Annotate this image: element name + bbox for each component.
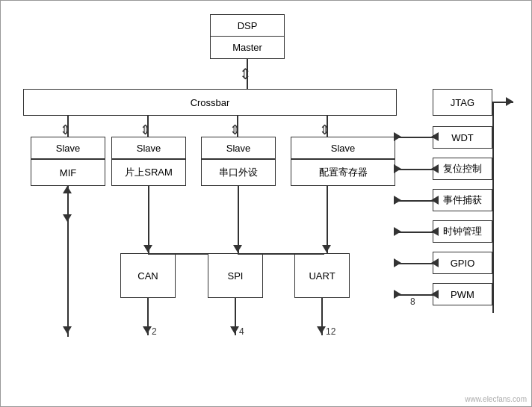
crossbar-slave1-arrow: ⇕	[60, 122, 71, 138]
uart-down-arrow	[317, 326, 326, 334]
serial-box: 串口外设	[201, 159, 276, 186]
jtag-label: JTAG	[451, 97, 474, 108]
gpio-box: GPIO	[433, 252, 492, 274]
can-down-arrow	[143, 326, 152, 334]
gpio-arrowhead-r	[431, 258, 439, 267]
reset-label: 复位控制	[443, 162, 482, 175]
h-line-sram-spi	[148, 253, 208, 255]
clock-label: 时钟管理	[443, 225, 482, 238]
dsp-label: DSP	[211, 15, 284, 37]
jtag-box: JTAG	[433, 89, 492, 116]
wdt-arrowhead-l	[394, 132, 401, 141]
sram-down-arrow	[143, 245, 152, 252]
crossbar-box: Crossbar	[23, 89, 397, 116]
pwm-arrowhead-l	[394, 290, 401, 299]
can-label: CAN	[137, 270, 158, 282]
dsp-master-box: DSP Master	[210, 14, 285, 59]
spi-box: SPI	[208, 253, 263, 298]
n12-label: 12	[326, 326, 335, 337]
reset-box: 复位控制	[433, 158, 492, 180]
gpio-label: GPIO	[451, 258, 475, 269]
clock-arrowhead-r	[431, 227, 439, 236]
slave1-label: Slave	[56, 143, 81, 154]
slave4-label: Slave	[331, 143, 356, 154]
config-box: 配置寄存器	[291, 159, 395, 186]
n8-label: 8	[410, 296, 415, 307]
can-box: CAN	[120, 253, 176, 298]
slave3-box: Slave	[201, 137, 276, 159]
master-label: Master	[211, 37, 284, 58]
diagram: DSP Master ⇕ Crossbar JTAG ⇕ ⇕ ⇕ ⇕ Slave…	[0, 0, 532, 407]
crossbar-slave4-arrow: ⇕	[319, 122, 330, 138]
config-down-arrow	[322, 245, 331, 252]
wdt-arrowhead-r	[431, 132, 439, 141]
serial-down-line	[238, 186, 239, 253]
pwm-arrowhead-r	[431, 290, 439, 299]
mif-long-down	[67, 221, 69, 337]
event-arrowhead-l	[394, 196, 401, 205]
pwm-box: PWM	[433, 283, 492, 305]
mif-box: MIF	[31, 159, 105, 186]
sram-down-line	[148, 186, 149, 253]
uart-box: UART	[294, 253, 350, 298]
slave1-box: Slave	[31, 137, 105, 159]
mif-bottom-arrow	[63, 326, 72, 334]
slave2-box: Slave	[111, 137, 186, 159]
pwm-label: PWM	[451, 289, 474, 300]
sram-box: 片上SRAM	[111, 159, 186, 186]
wdt-box: WDT	[433, 126, 492, 149]
slave4-box: Slave	[291, 137, 395, 159]
serial-label: 串口外设	[219, 166, 258, 179]
spi-down-arrow	[230, 326, 239, 334]
serial-down-arrow	[233, 245, 242, 252]
clock-arrowhead-l	[394, 227, 401, 236]
spi-label: SPI	[228, 270, 244, 282]
event-arrowhead-r	[431, 196, 439, 205]
mif-label: MIF	[60, 167, 76, 178]
crossbar-slave3-arrow: ⇕	[229, 122, 241, 138]
sram-label: 片上SRAM	[125, 166, 173, 179]
config-down-line	[327, 186, 328, 253]
slave2-label: Slave	[137, 143, 161, 154]
clock-box: 时钟管理	[433, 220, 492, 243]
slave3-label: Slave	[226, 143, 251, 154]
right-vert-line	[492, 102, 494, 313]
event-box: 事件捕获	[433, 189, 492, 211]
wdt-label: WDT	[451, 132, 474, 143]
h-line-serial-uart	[238, 253, 324, 255]
watermark: www.elecfans.com	[465, 395, 527, 403]
mif-up-arrow	[63, 186, 72, 193]
jtag-arrowhead	[506, 97, 513, 106]
reset-arrowhead-l	[394, 164, 401, 173]
reset-arrowhead-r	[431, 164, 439, 173]
event-label: 事件捕获	[443, 193, 482, 207]
uart-label: UART	[309, 270, 335, 282]
config-label: 配置寄存器	[319, 166, 368, 179]
n2-label: 2	[152, 326, 157, 337]
crossbar-label: Crossbar	[191, 97, 230, 108]
n4-label: 4	[239, 326, 244, 337]
dsp-crossbar-arrow: ⇕	[239, 66, 252, 81]
gpio-arrowhead-l	[394, 258, 401, 267]
crossbar-slave2-arrow: ⇕	[140, 122, 151, 138]
